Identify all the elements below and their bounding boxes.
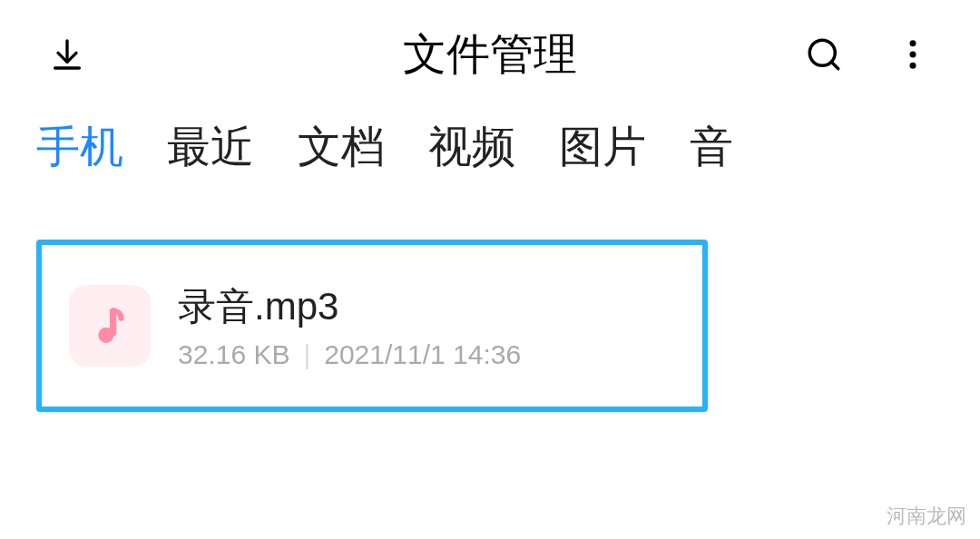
tab-images[interactable]: 图片: [559, 118, 646, 176]
file-name: 录音.mp3: [178, 281, 521, 332]
tab-recent[interactable]: 最近: [167, 118, 254, 176]
file-meta: 32.16 KB | 2021/11/1 14:36: [178, 339, 521, 370]
tab-documents[interactable]: 文档: [298, 118, 385, 176]
download-icon: [49, 36, 85, 73]
tab-audio[interactable]: 音: [690, 118, 733, 176]
header: 文件管理: [0, 0, 980, 109]
search-icon: [805, 35, 843, 74]
file-item[interactable]: 录音.mp3 32.16 KB | 2021/11/1 14:36: [36, 240, 708, 412]
header-right: [802, 33, 935, 76]
tab-phone[interactable]: 手机: [36, 118, 123, 176]
download-button[interactable]: [45, 33, 89, 76]
svg-point-5: [910, 52, 916, 58]
svg-line-3: [831, 62, 838, 69]
meta-divider: |: [303, 339, 310, 370]
file-date: 2021/11/1 14:36: [324, 339, 521, 370]
svg-point-6: [910, 63, 916, 69]
search-button[interactable]: [802, 33, 846, 76]
header-left: [45, 33, 89, 76]
music-note-icon: [87, 303, 132, 348]
page-title: 文件管理: [403, 25, 577, 83]
svg-point-4: [910, 40, 916, 46]
watermark: 河南龙网: [887, 503, 966, 530]
tab-video[interactable]: 视频: [428, 118, 515, 176]
more-button[interactable]: [891, 33, 935, 76]
more-vertical-icon: [894, 35, 932, 74]
file-size: 32.16 KB: [178, 339, 289, 370]
tabs: 手机 最近 文档 视频 图片 音: [0, 109, 980, 194]
file-type-icon: [69, 285, 151, 367]
file-info: 录音.mp3 32.16 KB | 2021/11/1 14:36: [178, 281, 521, 370]
